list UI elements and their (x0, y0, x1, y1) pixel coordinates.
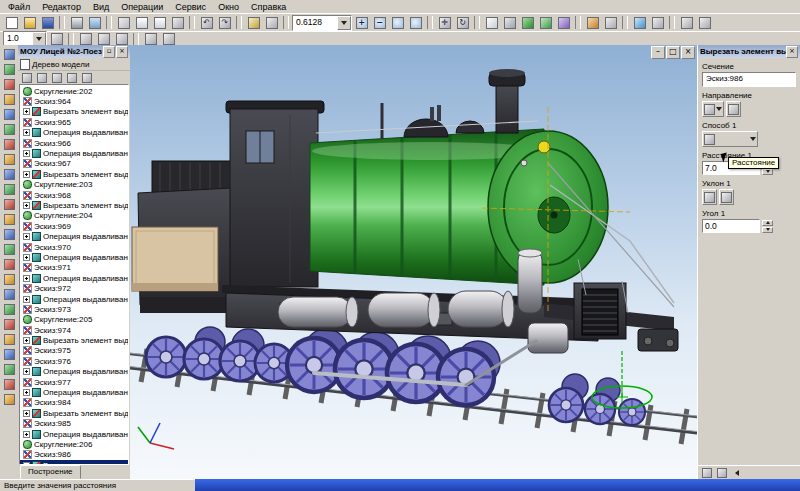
toolbar-button-context-help[interactable] (696, 15, 713, 30)
angle-spin-down[interactable] (762, 227, 773, 233)
tree-item[interactable]: Эскиз:966 (20, 138, 128, 148)
slope-outward-button[interactable] (719, 189, 734, 205)
expand-icon[interactable] (23, 233, 30, 240)
toolbar-button-properties[interactable] (678, 15, 695, 30)
tree-item[interactable]: Эскиз:972 (20, 283, 128, 293)
tree-item[interactable]: Вырезать элемент выдавл (20, 335, 128, 345)
menu-item[interactable]: Файл (2, 1, 36, 13)
toolbar-button-zoom-out[interactable] (371, 15, 388, 30)
compact-panel-button-measure-3d[interactable] (1, 107, 17, 121)
toolbar-button-zoom-in[interactable] (353, 15, 370, 30)
tree-item[interactable]: Вырезать элемент выдавл (20, 107, 128, 117)
tree-item[interactable]: Эскиз:985 (20, 419, 128, 429)
current-step-dropdown-icon[interactable] (32, 32, 46, 46)
expand-icon[interactable] (23, 410, 30, 417)
expand-icon[interactable] (23, 129, 30, 136)
slope-inward-button[interactable] (702, 189, 717, 205)
section-value-box[interactable]: Эскиз:986 (702, 72, 796, 87)
compact-panel-button-edit-part[interactable] (1, 47, 17, 61)
tree-toolbar-button-tree-refresh[interactable] (80, 72, 94, 84)
toolbar-button-hidden-lines[interactable] (501, 15, 518, 30)
menu-item[interactable]: Справка (245, 1, 292, 13)
window-minimize-button[interactable]: – (651, 46, 665, 59)
tree-item[interactable]: Эскиз:974 (20, 325, 128, 335)
compact-panel-button-dimensions[interactable] (1, 182, 17, 196)
angle-spin-up[interactable] (762, 220, 773, 226)
compact-panel-button-tools[interactable] (1, 302, 17, 316)
method-combo[interactable] (702, 131, 758, 147)
toolbar-button-redo[interactable] (216, 15, 233, 30)
panel-float-button[interactable]: ▫ (103, 46, 115, 58)
tree-toolbar-button-tree-structure[interactable] (20, 72, 34, 84)
tree-item[interactable]: Эскиз:965 (20, 117, 128, 127)
compact-panel-button-macro[interactable] (1, 347, 17, 361)
expand-icon[interactable] (23, 254, 30, 261)
compact-panel-button-sheet[interactable] (1, 287, 17, 301)
toolbar-button-pan[interactable] (436, 15, 453, 30)
toolbar-button-open[interactable] (21, 15, 38, 30)
tree-item[interactable]: Эскиз:975 (20, 346, 128, 356)
3d-viewport[interactable]: – □ × (130, 45, 697, 479)
expand-icon[interactable] (23, 431, 30, 438)
tab-construction[interactable]: Построение (20, 465, 81, 479)
toolbar-button-undo[interactable] (198, 15, 215, 30)
compact-panel-button-checks[interactable] (1, 362, 17, 376)
compact-panel-button-library[interactable] (1, 317, 17, 331)
menu-item[interactable]: Сервис (169, 1, 212, 13)
toolbar-button-wireframe[interactable] (483, 15, 500, 30)
compact-panel-button-designations[interactable] (1, 197, 17, 211)
tree-item[interactable]: Эскиз:968 (20, 190, 128, 200)
tree-item[interactable]: Операция выдавливания:73 (20, 273, 128, 283)
tree-toolbar-button-relations[interactable] (35, 72, 49, 84)
expand-icon[interactable] (23, 202, 30, 209)
tab-properties[interactable] (715, 467, 729, 478)
expand-icon[interactable] (23, 171, 30, 178)
tree-item[interactable]: Скругление:202 (20, 86, 128, 96)
toolbar-button-copy-style[interactable] (169, 15, 186, 30)
menu-item[interactable]: Редактор (36, 1, 87, 13)
tree-item[interactable]: Эскиз:986 (20, 450, 128, 460)
compact-panel-button-spec-elements[interactable] (1, 137, 17, 151)
tab-parameters[interactable] (700, 467, 714, 478)
tree-item[interactable]: Скругление:205 (20, 315, 128, 325)
toolbar-button-new[interactable] (3, 15, 20, 30)
tree-item[interactable]: Эскиз:969 (20, 221, 128, 231)
expand-icon[interactable] (23, 150, 30, 157)
direction-combo[interactable] (702, 101, 724, 117)
toolbar-button-perspective[interactable] (555, 15, 572, 30)
distance-spin-down[interactable] (762, 169, 773, 175)
compact-panel-button-reports[interactable] (1, 152, 17, 166)
compact-panel-button-selection[interactable] (1, 257, 17, 271)
toolbar-button-library-manager[interactable] (263, 15, 280, 30)
tree-toolbar-button-placement[interactable] (65, 72, 79, 84)
toolbar-button-copy[interactable] (133, 15, 150, 30)
toolbar-button-save[interactable] (39, 15, 56, 30)
expand-icon[interactable] (23, 337, 30, 344)
compact-panel-button-parametrize[interactable] (1, 227, 17, 241)
compact-panel-button-layouts[interactable] (1, 392, 17, 406)
toolbar-button-rotate[interactable] (454, 15, 471, 30)
compact-panel-button-surfaces[interactable] (1, 77, 17, 91)
tree-item[interactable]: Эскиз:984 (20, 398, 128, 408)
compact-panel-button-measure-2d[interactable] (1, 242, 17, 256)
compact-panel-button-collections[interactable] (1, 332, 17, 346)
tree-item[interactable]: Операция выдавливания:73 (20, 148, 128, 158)
expand-icon[interactable] (23, 296, 30, 303)
compact-panel-button-filters[interactable] (1, 122, 17, 136)
toolbar-button-variables[interactable] (245, 15, 262, 30)
tree-item[interactable]: Операция выдавливания:73 (20, 128, 128, 138)
direction-reverse-button[interactable] (726, 101, 741, 117)
toolbar-button-paste[interactable] (151, 15, 168, 30)
tree-item[interactable]: Эскиз:967 (20, 159, 128, 169)
tree-item[interactable]: Операция выдавливания:73 (20, 367, 128, 377)
tree-item[interactable]: Эскиз:964 (20, 96, 128, 106)
toolbar-button-shaded-edges[interactable] (537, 15, 554, 30)
expand-icon[interactable] (23, 275, 30, 282)
compact-panel-button-insert[interactable] (1, 272, 17, 286)
tree-item[interactable]: Вырезать элемент выдавл (20, 169, 128, 179)
tree-item[interactable]: Скругление:206 (20, 439, 128, 449)
expand-icon[interactable] (23, 389, 30, 396)
tree-item[interactable]: Эскиз:971 (20, 263, 128, 273)
menu-item[interactable]: Операции (115, 1, 169, 13)
tree-item[interactable]: Вырезать элемент выдавл (20, 408, 128, 418)
